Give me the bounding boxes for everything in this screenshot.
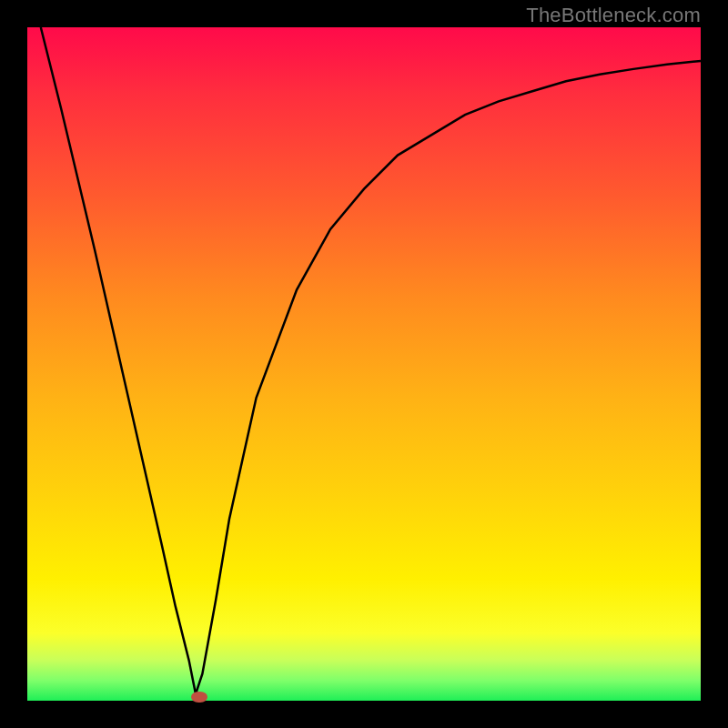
chart-curve: [27, 27, 701, 701]
bottleneck-marker: [191, 692, 207, 703]
plot-area: [27, 27, 701, 701]
watermark-text: TheBottleneck.com: [526, 4, 701, 27]
chart-frame: TheBottleneck.com: [0, 0, 728, 728]
curve-path: [41, 27, 701, 694]
